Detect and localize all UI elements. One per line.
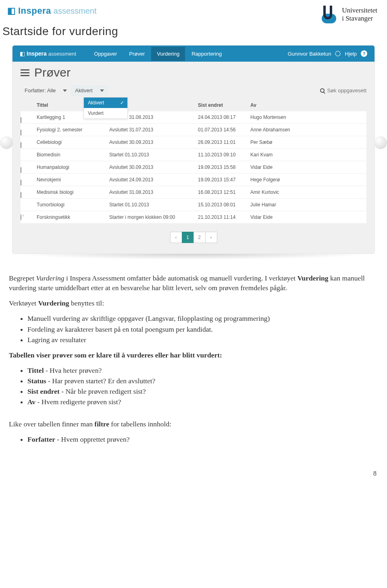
search-placeholder: Søk oppgavesett bbox=[327, 87, 366, 93]
row-title: Tumorbiologi bbox=[37, 202, 109, 208]
table-header: Tittel Sist endret Av bbox=[12, 98, 375, 111]
paragraph-3: Tabellen viser prøver som er klare til å… bbox=[9, 350, 378, 360]
search-icon bbox=[320, 88, 325, 93]
dropdown-opt-vurdert[interactable]: Vurdert bbox=[84, 108, 127, 118]
main-nav: Oppgaver Prøver Vurdering Rapportering bbox=[88, 47, 227, 61]
pager-next[interactable]: › bbox=[205, 232, 217, 243]
row-title: Fysiologi 2. semester bbox=[37, 127, 109, 133]
row-sist: 19.09.2013 15:47 bbox=[198, 177, 250, 183]
row-av: Amir Kurtovic bbox=[250, 189, 366, 195]
nav-prover[interactable]: Prøver bbox=[123, 47, 150, 61]
filter-status-label: Aktivert bbox=[75, 87, 92, 93]
row-title: Biomedisin bbox=[37, 152, 109, 158]
uis-text: Universitetet i Stavanger bbox=[342, 6, 377, 22]
filter-author[interactable]: Forfatter: Alle bbox=[21, 85, 71, 96]
list-vurdering-uses: Manuell vurdering av skriftlige oppgaver… bbox=[9, 314, 378, 344]
table-row[interactable]: HumanpatologiAvsluttet 30.09.201319.09.2… bbox=[21, 161, 366, 174]
list-item: Manuell vurdering av skriftlige oppgaver… bbox=[27, 314, 378, 323]
logo-sub: assessment bbox=[54, 6, 97, 16]
row-av: Julie Hamar bbox=[250, 202, 366, 208]
table-row[interactable]: NevrokjemiAvsluttet 24.09.201319.09.2013… bbox=[21, 174, 366, 186]
list-item: Fordeling av karakterer basert på en tot… bbox=[27, 324, 378, 334]
list-item: Tittel - Hva heter prøven? bbox=[27, 366, 378, 375]
page-title: Startside for vurdering bbox=[0, 23, 387, 45]
filter-author-label: Forfatter: Alle bbox=[25, 87, 56, 93]
row-sist: 19.09.2013 15:58 bbox=[198, 164, 250, 170]
help-icon[interactable]: ? bbox=[361, 50, 367, 57]
table-row[interactable]: TumorbiologiStartet 01.10.201315.10.2013… bbox=[21, 199, 366, 211]
logo-name: Inspera bbox=[18, 6, 51, 16]
pager-prev[interactable]: ‹ bbox=[170, 232, 182, 243]
paragraph-2: Verktøyet Vurdering benyttes til: bbox=[9, 298, 378, 308]
row-av: Per Sæbø bbox=[250, 139, 366, 145]
col-av[interactable]: Av bbox=[250, 102, 366, 108]
user-menu[interactable]: Gunnvor Bakketun Hjelp ? bbox=[288, 50, 367, 57]
brand-name: Inspera bbox=[27, 50, 47, 57]
dropdown-opt-aktivert[interactable]: Aktivert bbox=[84, 98, 127, 108]
row-title: Humanpatologi bbox=[37, 164, 109, 170]
page-number: 8 bbox=[0, 454, 387, 484]
table-row[interactable]: Kartlegging 1Avsluttet 31.08.201324.04.2… bbox=[21, 111, 366, 124]
table-rows: Kartlegging 1Avsluttet 31.08.201324.04.2… bbox=[12, 111, 375, 224]
table-row[interactable]: BiomedisinStartet 01.10.201311.10.2013 0… bbox=[21, 149, 366, 161]
table-row[interactable]: Fysiologi 2. semesterAvsluttet 31.07.201… bbox=[21, 124, 366, 136]
list-item: Lagring av resultater bbox=[27, 335, 378, 345]
pager-page-1[interactable]: 1 bbox=[182, 232, 194, 243]
decor-circle-left bbox=[0, 136, 13, 149]
nav-oppgaver[interactable]: Oppgaver bbox=[88, 47, 123, 61]
list-filters: Forfatter - Hvem opprettet prøven? bbox=[9, 434, 378, 444]
row-status: Startet 01.10.2013 bbox=[109, 152, 198, 158]
chevron-down-icon bbox=[63, 89, 67, 92]
row-sist: 24.04.2013 08:17 bbox=[198, 114, 250, 120]
clock-icon bbox=[21, 214, 21, 220]
row-av: Anne Abrahamsen bbox=[250, 127, 366, 133]
list-item: Forfatter - Hvem opprettet prøven? bbox=[27, 434, 378, 444]
uis-mark-icon bbox=[322, 6, 338, 23]
row-av: Kari Kvam bbox=[250, 152, 366, 158]
decor-circle-right bbox=[374, 136, 387, 149]
user-name: Gunnvor Bakketun bbox=[288, 51, 331, 57]
help-label[interactable]: Hjelp bbox=[345, 51, 357, 57]
app-brand[interactable]: ◧ Inspera assessment bbox=[20, 50, 76, 57]
nav-rapportering[interactable]: Rapportering bbox=[186, 47, 227, 61]
uis-logo: Universitetet i Stavanger bbox=[322, 6, 377, 23]
row-status: Avsluttet 30.09.2013 bbox=[109, 139, 198, 145]
row-sist: 16.08.2013 12:51 bbox=[198, 189, 250, 195]
topbar: ◧ Inspera assessment Oppgaver Prøver Vur… bbox=[12, 46, 375, 62]
row-title: Cellebiologi bbox=[37, 139, 109, 145]
row-av: Hege Folgerø bbox=[250, 177, 366, 183]
pagination: ‹ 1 2 › bbox=[12, 224, 375, 253]
list-item: Sist endret - Når ble prøven redigert si… bbox=[27, 386, 378, 396]
page-header: ◧ Inspera assessment Universitetet i Sta… bbox=[0, 0, 387, 23]
list-item: Status - Har prøven startet? Er den avsl… bbox=[27, 376, 378, 386]
uis-line1: Universitetet bbox=[342, 6, 377, 15]
status-dropdown: Aktivert Vurdert bbox=[83, 97, 128, 119]
logo-mark-icon: ◧ bbox=[7, 6, 16, 16]
table-row[interactable]: Medisinsk biologiAvsluttet 31.08.201316.… bbox=[21, 186, 366, 199]
search-box[interactable]: Søk oppgavesett bbox=[320, 87, 366, 93]
content-title: Prøver bbox=[34, 66, 71, 79]
screenshot-wrap: ◧ Inspera assessment Oppgaver Prøver Vur… bbox=[12, 45, 375, 260]
filter-status[interactable]: Aktivert bbox=[71, 85, 108, 96]
brand-mark-icon: ◧ bbox=[20, 50, 25, 57]
row-status: Avsluttet 30.09.2013 bbox=[109, 164, 198, 170]
screenshot-shadow bbox=[17, 254, 370, 260]
pager-page-2[interactable]: 2 bbox=[194, 232, 206, 243]
row-av: Hugo Mortensen bbox=[250, 114, 366, 120]
row-status: Startet 01.10.2013 bbox=[109, 202, 198, 208]
table-row[interactable]: ForskningsetikkStarter i morgen klokken … bbox=[21, 211, 366, 224]
list-table-columns: Tittel - Hva heter prøven? Status - Har … bbox=[9, 366, 378, 407]
gear-icon[interactable] bbox=[335, 51, 341, 56]
chevron-down-icon bbox=[100, 89, 104, 92]
filter-bar: Forfatter: Alle Aktivert Aktivert Vurder… bbox=[12, 82, 375, 98]
table-row[interactable]: CellebiologiAvsluttet 30.09.201326.09.20… bbox=[21, 136, 366, 149]
row-title: Forskningsetikk bbox=[37, 214, 109, 220]
col-sist[interactable]: Sist endret bbox=[198, 102, 250, 108]
brand-sub: assessment bbox=[48, 51, 76, 57]
app-screenshot: ◧ Inspera assessment Oppgaver Prøver Vur… bbox=[12, 45, 375, 254]
menu-icon[interactable] bbox=[21, 69, 29, 76]
row-av: Vidar Eide bbox=[250, 164, 366, 170]
row-status: Avsluttet 31.08.2013 bbox=[109, 189, 198, 195]
list-item: Av - Hvem redigerte prøven sist? bbox=[27, 397, 378, 407]
nav-vurdering[interactable]: Vurdering bbox=[151, 47, 185, 61]
